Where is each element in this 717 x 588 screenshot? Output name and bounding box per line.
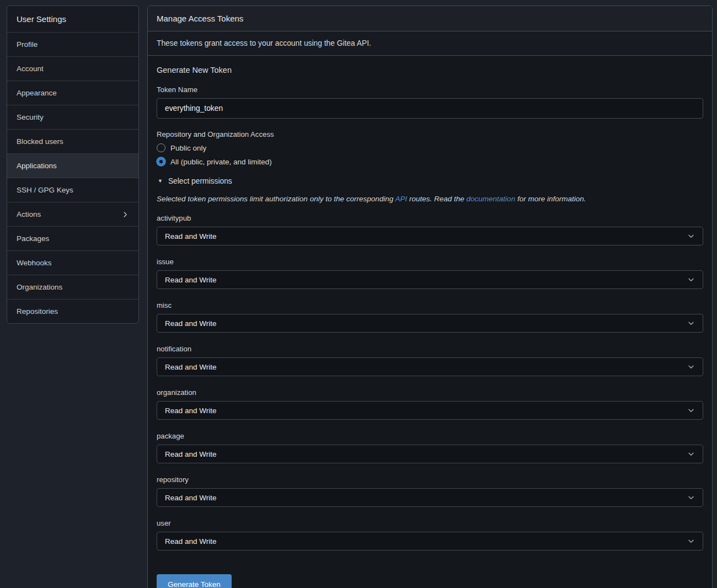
selected-option: Read and Write (165, 319, 217, 328)
selected-option: Read and Write (165, 537, 217, 546)
sidebar-item-applications[interactable]: Applications (7, 153, 138, 178)
settings-menu: User Settings Profile Account Appearance… (7, 6, 139, 324)
selected-option: Read and Write (165, 232, 217, 240)
radio-row-public-only[interactable]: Public only (157, 143, 703, 152)
settings-sidebar: User Settings Profile Account Appearance… (7, 6, 139, 324)
perm-select-issue[interactable]: Read and Write (157, 270, 703, 289)
perm-group-user: user Read and Write (157, 519, 703, 550)
perm-group-organization: organization Read and Write (157, 388, 703, 420)
sidebar-item-organizations[interactable]: Organizations (7, 275, 138, 299)
radio-label-public-only: Public only (170, 144, 206, 152)
perm-label-user: user (157, 519, 703, 527)
generate-token-button[interactable]: Generate Token (157, 574, 232, 588)
radio-public-only[interactable] (157, 143, 165, 152)
perm-select-package[interactable]: Read and Write (157, 445, 703, 463)
chevron-down-icon (687, 407, 695, 414)
perm-select-activitypub[interactable]: Read and Write (157, 227, 703, 245)
sidebar-item-label: SSH / GPG Keys (17, 186, 73, 194)
perm-select-user[interactable]: Read and Write (157, 532, 703, 550)
selected-option: Read and Write (165, 407, 217, 415)
perm-label-activitypub: activitypub (157, 214, 703, 222)
select-permissions-toggle[interactable]: ▼ Select permissions (158, 177, 703, 185)
hint-text: for more information. (515, 195, 586, 203)
sidebar-item-label: Packages (17, 234, 49, 243)
perm-label-organization: organization (157, 388, 703, 397)
sidebar-item-label: Organizations (17, 283, 62, 291)
triangle-down-icon: ▼ (158, 179, 163, 184)
sidebar-item-ssh-gpg-keys[interactable]: SSH / GPG Keys (7, 178, 138, 202)
sidebar-title: User Settings (7, 6, 138, 32)
sidebar-item-blocked-users[interactable]: Blocked users (7, 129, 138, 153)
chevron-down-icon (687, 363, 695, 371)
sidebar-item-appearance[interactable]: Appearance (7, 81, 138, 105)
sidebar-item-label: Appearance (17, 89, 57, 97)
perm-group-notification: notification Read and Write (157, 345, 703, 376)
perm-label-package: package (157, 432, 703, 440)
sidebar-item-security[interactable]: Security (7, 105, 138, 129)
chevron-right-icon (121, 211, 129, 218)
documentation-link[interactable]: documentation (467, 195, 516, 203)
radio-label-all: All (public, private, and limited) (170, 158, 272, 166)
access-scope-group: Repository and Organization Access Publi… (157, 130, 703, 166)
chevron-down-icon (687, 276, 695, 284)
sidebar-item-webhooks[interactable]: Webhooks (7, 250, 138, 275)
perm-label-issue: issue (157, 258, 703, 266)
sidebar-item-profile[interactable]: Profile (7, 32, 138, 56)
perm-select-notification[interactable]: Read and Write (157, 357, 703, 376)
radio-row-all[interactable]: All (public, private, and limited) (157, 157, 703, 166)
perm-label-misc: misc (157, 301, 703, 309)
sidebar-item-actions[interactable]: Actions (7, 202, 138, 226)
chevron-down-icon (687, 494, 695, 501)
perm-select-organization[interactable]: Read and Write (157, 401, 703, 420)
panel-title: Manage Access Tokens (148, 6, 712, 31)
perm-group-issue: issue Read and Write (157, 258, 703, 289)
sidebar-item-account[interactable]: Account (7, 56, 138, 81)
sidebar-item-label: Security (17, 113, 44, 121)
chevron-down-icon (687, 537, 695, 545)
perm-group-repository: repository Read and Write (157, 475, 703, 507)
perm-group-misc: misc Read and Write (157, 301, 703, 333)
hint-text: routes. Read the (407, 195, 466, 203)
sidebar-item-label: Actions (17, 210, 41, 218)
sidebar-item-packages[interactable]: Packages (7, 226, 138, 250)
perm-select-repository[interactable]: Read and Write (157, 488, 703, 507)
perm-label-repository: repository (157, 475, 703, 484)
token-name-input[interactable] (157, 98, 703, 119)
chevron-down-icon (687, 450, 695, 458)
api-link[interactable]: API (395, 195, 407, 203)
sidebar-item-label: Applications (17, 162, 57, 170)
sidebar-item-label: Repositories (17, 307, 58, 316)
selected-option: Read and Write (165, 276, 217, 284)
token-name-label: Token Name (157, 85, 703, 94)
hint-text: Selected token permissions limit authori… (157, 195, 395, 203)
sidebar-item-label: Blocked users (17, 137, 63, 146)
panel-description: These tokens grant access to your accoun… (148, 31, 712, 56)
chevron-down-icon (687, 232, 695, 240)
perm-select-misc[interactable]: Read and Write (157, 314, 703, 333)
radio-all-selected[interactable] (157, 157, 165, 166)
sidebar-item-repositories[interactable]: Repositories (7, 299, 138, 323)
perm-group-activitypub: activitypub Read and Write (157, 214, 703, 245)
sidebar-item-label: Account (17, 65, 44, 73)
perm-label-notification: notification (157, 345, 703, 353)
selected-option: Read and Write (165, 494, 217, 502)
manage-access-tokens-panel: Manage Access Tokens These tokens grant … (147, 6, 713, 588)
access-scope-label: Repository and Organization Access (157, 130, 703, 138)
section-title: Generate New Token (157, 66, 703, 74)
sidebar-item-label: Webhooks (17, 259, 52, 267)
generate-token-form: Generate New Token Token Name Repository… (148, 56, 712, 588)
page: User Settings Profile Account Appearance… (0, 0, 717, 588)
sidebar-item-label: Profile (17, 40, 38, 49)
select-permissions-label: Select permissions (168, 177, 232, 185)
selected-option: Read and Write (165, 363, 217, 371)
selected-option: Read and Write (165, 450, 217, 458)
permissions-hint: Selected token permissions limit authori… (157, 195, 703, 203)
perm-group-package: package Read and Write (157, 432, 703, 463)
chevron-down-icon (687, 319, 695, 327)
